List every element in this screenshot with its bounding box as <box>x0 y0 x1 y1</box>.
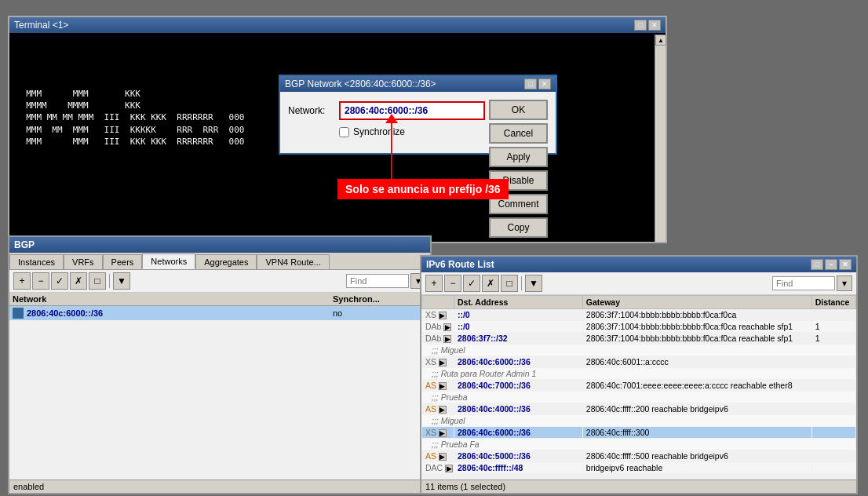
copy-button[interactable]: Copy <box>489 217 548 238</box>
table-row[interactable]: AS ▶ 2806:40c:4000::/36 2806:40c:ffff::2… <box>422 403 856 415</box>
row-gateway: 2806:3f7:1004:bbbb:bbbb:bbbb:f0ca:f0ca r… <box>582 333 811 345</box>
ipv6-remove-btn[interactable]: − <box>444 275 461 292</box>
annotation-arrow-line <box>391 122 392 181</box>
annotation-text: Solo se anuncia un prefijo /36 <box>337 179 509 199</box>
ipv6-table-container[interactable]: Dst. Address Gateway Distance XS ▶ ::/0 … <box>421 295 856 484</box>
row-dst: 2806:40c:4000::/36 <box>454 403 582 415</box>
dialog-close-btn[interactable]: ✕ <box>538 78 551 89</box>
row-distance <box>811 380 855 392</box>
dialog-buttons: OK Cancel Apply Disable Comment Copy <box>489 100 548 238</box>
row-type: AS ▶ <box>422 450 454 462</box>
row-dst: 2806:40c:6000::/36 <box>454 427 582 439</box>
ipv6-close-btn[interactable]: ✕ <box>839 259 852 270</box>
comment-text: ;;; Miguel <box>422 345 856 356</box>
dialog-content: Network: Synchronize OK Cancel Apply Dis… <box>280 92 556 153</box>
remove-button[interactable]: − <box>32 272 49 290</box>
ipv6-add-btn[interactable]: + <box>425 275 443 292</box>
cancel-button[interactable]: Cancel <box>489 123 548 144</box>
table-row[interactable]: DAb ▶ ::/0 2806:3f7:1004:bbbb:bbbb:bbbb:… <box>422 321 856 333</box>
table-row[interactable]: XS ▶ ::/0 2806:3f7:1004:bbbb:bbbb:bbbb:f… <box>422 309 856 321</box>
terminal-close-btn[interactable]: ✕ <box>648 20 661 31</box>
synchronize-checkbox[interactable] <box>339 127 349 137</box>
ipv6-square-btn[interactable]: □ <box>501 275 518 292</box>
network-label: Network: <box>288 105 339 116</box>
table-row[interactable]: AS ▶ 2806:40c:7000::/36 2806:40c:7001:ee… <box>422 380 856 392</box>
ipv6-find-input[interactable] <box>772 276 835 290</box>
row-distance: 1 <box>811 321 855 333</box>
ipv6-find-dropdown[interactable]: ▾ <box>837 275 852 291</box>
table-row[interactable]: DAb ▶ 2806:3f7::/32 2806:3f7:1004:bbbb:b… <box>422 333 856 345</box>
cancel-button[interactable]: ✗ <box>70 272 87 290</box>
row-gateway: 2806:3f7:1004:bbbb:bbbb:bbbb:f0ca:f0ca r… <box>582 321 811 333</box>
comment-text: ;;; Ruta para Router Admin 1 <box>422 368 856 380</box>
ipv6-titlebar: IPv6 Route List □ − ✕ <box>421 257 856 272</box>
bgp-table-header: Network Synchron... <box>9 293 430 306</box>
bgp-table-row[interactable]: 2806:40c:6000::/36 no <box>9 306 430 320</box>
tab-networks[interactable]: Networks <box>142 253 195 269</box>
scroll-up-btn[interactable]: ▲ <box>655 35 666 46</box>
tab-vpn4route[interactable]: VPN4 Route... <box>257 254 329 269</box>
ipv6-restore-btn[interactable]: □ <box>811 259 823 270</box>
row-distance <box>811 309 855 321</box>
ipv6-cancel-btn[interactable]: ✗ <box>482 275 499 292</box>
row-distance <box>811 462 855 474</box>
row-network-value: 2806:40c:6000::/36 <box>27 308 333 318</box>
row-dst: ::/0 <box>454 309 582 321</box>
col-type-header <box>422 296 454 309</box>
network-input[interactable] <box>339 101 485 120</box>
row-distance <box>811 403 855 415</box>
table-row[interactable]: DAC ▶ 2806:40c:ffff::/48 bridgeipv6 reac… <box>422 462 856 474</box>
square-button[interactable]: □ <box>89 272 106 290</box>
row-type: DAb ▶ <box>422 333 454 345</box>
apply-button[interactable]: Apply <box>489 147 548 167</box>
row-dst: 2806:40c:5000::/36 <box>454 450 582 462</box>
table-row[interactable]: AS ▶ 2806:40c:5000::/36 2806:40c:ffff::5… <box>422 450 856 462</box>
bgp-dialog-titlebar: BGP Network <2806:40c:6000::/36> □ ✕ <box>280 76 556 92</box>
row-gateway: 2806:40c:6001::a:cccc <box>582 356 811 368</box>
col-dst-header: Dst. Address <box>454 296 582 309</box>
row-gateway: 2806:40c:ffff::500 reachable bridgeipv6 <box>582 450 811 462</box>
ok-button[interactable]: OK <box>489 100 548 120</box>
sync-row: Synchronize <box>288 126 485 137</box>
row-sync-value: no <box>333 308 427 318</box>
row-gateway: bridgeipv6 reachable <box>582 462 811 474</box>
tab-vrfs[interactable]: VRFs <box>64 254 103 269</box>
table-comment-row: ;;; Prueba <box>422 392 856 403</box>
col-sync-header: Synchron... <box>333 294 427 304</box>
row-dst: 2806:3f7::/32 <box>454 333 582 345</box>
tab-peers[interactable]: Peers <box>103 254 143 269</box>
table-comment-row: ;;; Miguel <box>422 345 856 356</box>
find-input[interactable] <box>346 274 409 288</box>
bgp-tabs: Instances VRFs Peers Networks Aggregates… <box>9 253 430 270</box>
add-button[interactable]: + <box>13 272 31 290</box>
bgp-toolbar: + − ✓ ✗ □ ▼ ▾ <box>9 270 430 293</box>
comment-text: ;;; Prueba Fa <box>422 439 856 450</box>
check-button[interactable]: ✓ <box>51 272 68 290</box>
table-comment-row: ;;; Ruta para Router Admin 1 <box>422 368 856 380</box>
ipv6-table: Dst. Address Gateway Distance XS ▶ ::/0 … <box>421 295 856 474</box>
row-gateway: 2806:40c:ffff::300 <box>582 427 811 439</box>
ipv6-filter-btn[interactable]: ▼ <box>525 275 542 292</box>
ipv6-status-bar: 11 items (1 selected) <box>421 480 856 493</box>
tab-aggregates[interactable]: Aggregates <box>195 254 257 269</box>
table-row[interactable]: XS ▶ 2806:40c:6000::/36 2806:40c:6001::a… <box>422 356 856 368</box>
table-row-highlighted[interactable]: XS ▶ 2806:40c:6000::/36 2806:40c:ffff::3… <box>422 427 856 439</box>
dialog-restore-btn[interactable]: □ <box>524 78 537 89</box>
ipv6-toolbar-sep <box>521 276 522 290</box>
ipv6-check-btn[interactable]: ✓ <box>463 275 480 292</box>
col-network-header: Network <box>13 294 333 304</box>
row-gateway: 2806:40c:7001:eeee:eeee:eeee:a:cccc reac… <box>582 380 811 392</box>
row-type: DAC ▶ <box>422 462 454 474</box>
tab-instances[interactable]: Instances <box>9 254 64 269</box>
ipv6-panel: IPv6 Route List □ − ✕ + − ✓ ✗ □ ▼ ▾ Dst.… <box>420 255 858 494</box>
terminal-restore-btn[interactable]: □ <box>634 20 647 31</box>
filter-button[interactable]: ▼ <box>113 272 130 290</box>
terminal-controls: □ ✕ <box>634 20 661 31</box>
bgp-status-text: enabled <box>13 482 44 491</box>
col-gateway-header: Gateway <box>582 296 811 309</box>
row-type: XS ▶ <box>422 427 454 439</box>
terminal-line <box>16 51 659 63</box>
terminal-scrollbar[interactable]: ▲ <box>655 35 666 242</box>
col-distance-header: Distance <box>811 296 855 309</box>
ipv6-min-btn[interactable]: − <box>825 259 837 270</box>
